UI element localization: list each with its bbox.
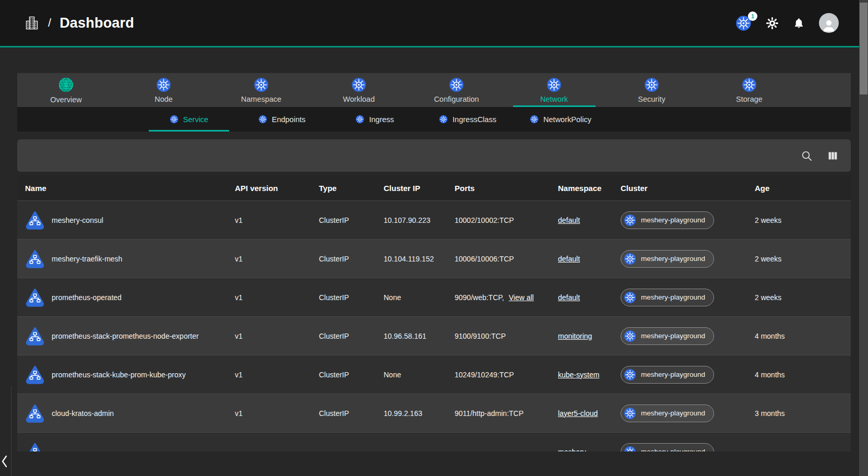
table-row[interactable]: meshery-traefik-mesh v1 ClusterIP 10.104…: [17, 239, 851, 278]
cluster-chip[interactable]: meshery-playground: [621, 327, 714, 345]
network-subtabs: Service Endpoints Ingress IngressClass N…: [17, 107, 851, 132]
kubernetes-icon: [624, 446, 636, 452]
kubernetes-icon: [644, 77, 659, 92]
table-row[interactable]: prometheus-stack-kube-prom-kube-proxy v1…: [17, 355, 851, 394]
cluster-chip[interactable]: meshery-playground: [621, 404, 714, 422]
column-header-ports[interactable]: Ports: [455, 184, 558, 193]
table-row[interactable]: prometheus-operated v1 ClusterIP None 90…: [17, 278, 851, 316]
column-header-age[interactable]: Age: [746, 184, 799, 193]
age-cell: 2 weeks: [746, 293, 799, 302]
secondary-tab-label: NetworkPolicy: [543, 115, 591, 124]
primary-tab-label: Workload: [343, 95, 375, 103]
collapse-drawer-chevron-icon[interactable]: [1, 453, 11, 470]
kubernetes-icon: [254, 77, 269, 92]
secondary-tab[interactable]: Endpoints: [235, 107, 328, 132]
secondary-tab[interactable]: IngressClass: [421, 107, 514, 132]
secondary-tab[interactable]: Service: [142, 107, 235, 132]
namespace-link[interactable]: default: [558, 293, 580, 302]
api-version-cell: v1: [235, 332, 319, 340]
primary-tab-label: Node: [154, 95, 173, 103]
primary-tab-label: Storage: [736, 95, 763, 103]
secondary-tab-label: Service: [183, 115, 208, 124]
view-columns-icon[interactable]: [827, 150, 838, 161]
cluster-chip-label: meshery-playground: [641, 448, 705, 451]
service-name: meshery-consul: [52, 216, 103, 224]
user-avatar[interactable]: [819, 13, 839, 33]
column-header-api-version[interactable]: API version: [235, 184, 319, 193]
cluster-chip-label: meshery-playground: [641, 293, 705, 301]
primary-tab[interactable]: Overview: [17, 73, 115, 107]
namespace-cell: default: [558, 293, 621, 302]
table-row[interactable]: prometheus-stack-prometheus-node-exporte…: [17, 316, 851, 355]
table-body: meshery-consul v1 ClusterIP 10.107.90.22…: [17, 200, 851, 451]
kubernetes-icon: [351, 77, 366, 92]
primary-tab[interactable]: Configuration: [408, 73, 505, 107]
ports-cell: 9100/9100:TCP: [455, 332, 558, 340]
cluster-ip-cell: None: [384, 293, 455, 302]
column-header-name[interactable]: Name: [17, 184, 235, 193]
settings-gear-icon[interactable]: [766, 17, 779, 30]
building-icon[interactable]: [24, 15, 40, 31]
cluster-chip[interactable]: meshery-playground: [621, 366, 714, 384]
view-all-link[interactable]: View all: [509, 293, 534, 302]
secondary-tab[interactable]: Ingress: [328, 107, 421, 132]
primary-tab[interactable]: Security: [603, 73, 700, 107]
cluster-chip[interactable]: meshery-playground: [621, 289, 714, 306]
primary-tab[interactable]: Network: [505, 73, 603, 107]
kubernetes-icon: [530, 115, 539, 124]
secondary-tab-label: IngressClass: [453, 115, 496, 124]
service-name: cloud-kratos-admin: [52, 409, 114, 418]
primary-tab[interactable]: Storage: [700, 73, 798, 107]
cluster-ip-cell: 10.107.90.223: [384, 216, 455, 224]
resource-category-tabs: Overview Node Namespace Workload Configu…: [17, 73, 851, 107]
cluster-cell: meshery-playground: [621, 443, 746, 452]
namespace-cell: monitoring: [558, 332, 621, 340]
cluster-cell: meshery-playground: [621, 327, 746, 345]
ports-value: 10002/10002:TCP: [455, 216, 514, 224]
namespace-link[interactable]: meshery: [558, 448, 586, 452]
kubernetes-icon: [156, 77, 171, 92]
notifications-bell-icon[interactable]: [793, 17, 805, 29]
column-header-namespace[interactable]: Namespace: [558, 184, 621, 193]
type-cell: ClusterIP: [319, 216, 384, 224]
namespace-cell: default: [558, 216, 621, 224]
api-version-cell: v1: [235, 293, 319, 302]
cluster-count-badge: 1: [748, 11, 757, 21]
cluster-chip-label: meshery-playground: [641, 216, 705, 224]
cluster-cell: meshery-playground: [621, 289, 746, 306]
namespace-link[interactable]: monitoring: [558, 332, 592, 340]
cluster-cell: meshery-playground: [621, 404, 746, 422]
secondary-tab[interactable]: NetworkPolicy: [514, 107, 607, 132]
kubernetes-icon: [170, 115, 179, 124]
ports-value: 9100/9100:TCP: [455, 332, 506, 340]
namespace-link[interactable]: kube-system: [558, 371, 599, 379]
primary-tab[interactable]: Workload: [310, 73, 408, 107]
column-header-cluster[interactable]: Cluster: [621, 184, 746, 193]
service-icon: [25, 403, 45, 423]
column-header-cluster-ip[interactable]: Cluster IP: [384, 184, 455, 193]
services-table: Name API version Type Cluster IP Ports N…: [17, 175, 851, 451]
kubernetes-cluster-icon[interactable]: 1: [735, 15, 752, 31]
cluster-ip-cell: 10.99.2.163: [384, 409, 455, 418]
primary-tab-label: Security: [638, 95, 665, 103]
kubernetes-icon: [624, 214, 636, 227]
cluster-chip[interactable]: meshery-playground: [621, 211, 714, 229]
service-icon: [25, 326, 45, 346]
page-scrollbar[interactable]: [859, 0, 868, 476]
primary-tab[interactable]: Node: [115, 73, 212, 107]
namespace-link[interactable]: layer5-cloud: [558, 409, 598, 418]
column-header-type[interactable]: Type: [319, 184, 384, 193]
primary-tab[interactable]: Namespace: [212, 73, 310, 107]
service-icon: [25, 210, 45, 230]
namespace-link[interactable]: default: [558, 255, 580, 263]
table-row[interactable]: meshery-consul v1 ClusterIP 10.107.90.22…: [17, 200, 851, 239]
cluster-chip[interactable]: meshery-playground: [621, 250, 714, 268]
secondary-tab-label: Endpoints: [272, 115, 306, 124]
namespace-link[interactable]: default: [558, 216, 580, 224]
cluster-cell: meshery-playground: [621, 211, 746, 229]
search-icon[interactable]: [801, 150, 813, 162]
cluster-chip[interactable]: meshery-playground: [621, 443, 714, 452]
table-row[interactable]: cloud-kratos-admin v1 ClusterIP 10.99.2.…: [17, 394, 851, 432]
table-row[interactable]: meshery meshery-playground: [17, 432, 851, 451]
scrollbar-thumb[interactable]: [860, 3, 867, 94]
